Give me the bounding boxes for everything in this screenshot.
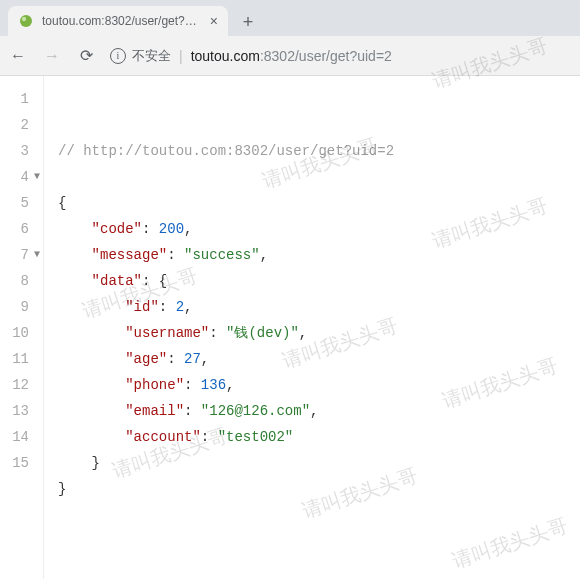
code-line: [58, 169, 66, 185]
code-line: "email": "126@126.com",: [58, 403, 318, 419]
divider: |: [179, 48, 183, 64]
line-number: 2: [0, 112, 39, 138]
security-label: 不安全: [132, 47, 171, 65]
line-gutter: 1 2 3 4▼ 5 6 7▼ 8 9 10 11 12 13 14 15: [0, 76, 44, 579]
code-line: }: [58, 455, 100, 471]
toolbar: ← → ⟳ i 不安全 | toutou.com:8302/user/get?u…: [0, 36, 580, 76]
line-number: 8: [0, 268, 39, 294]
line-number: 1: [0, 86, 39, 112]
code-line: "data": {: [58, 273, 167, 289]
favicon-icon: [18, 13, 34, 29]
browser-tab[interactable]: toutou.com:8302/user/get?uid=2 ×: [8, 6, 228, 36]
json-viewer: 1 2 3 4▼ 5 6 7▼ 8 9 10 11 12 13 14 15 //…: [0, 76, 580, 579]
code-line: "phone": 136,: [58, 377, 234, 393]
line-number: 5: [0, 190, 39, 216]
close-icon[interactable]: ×: [210, 13, 218, 29]
line-number: 15: [0, 450, 39, 476]
reload-icon[interactable]: ⟳: [76, 46, 96, 65]
back-icon[interactable]: ←: [8, 47, 28, 65]
code-line: {: [58, 195, 66, 211]
code-line: "age": 27,: [58, 351, 209, 367]
line-number: 9: [0, 294, 39, 320]
line-number: 10: [0, 320, 39, 346]
url-text: toutou.com:8302/user/get?uid=2: [191, 48, 392, 64]
site-info[interactable]: i 不安全: [110, 47, 171, 65]
info-icon: i: [110, 48, 126, 64]
forward-icon: →: [42, 47, 62, 65]
address-bar[interactable]: i 不安全 | toutou.com:8302/user/get?uid=2: [110, 42, 572, 70]
line-number: 4▼: [0, 164, 39, 190]
line-number: 3: [0, 138, 39, 164]
code-line: // http://toutou.com:8302/user/get?uid=2: [58, 143, 394, 159]
fold-icon[interactable]: ▼: [34, 164, 40, 190]
code-line: "id": 2,: [58, 299, 192, 315]
line-number: 13: [0, 398, 39, 424]
fold-icon[interactable]: ▼: [34, 242, 40, 268]
line-number: 6: [0, 216, 39, 242]
line-number: 11: [0, 346, 39, 372]
code-line: "code": 200,: [58, 221, 192, 237]
line-number: 12: [0, 372, 39, 398]
code-line: "account": "test002": [58, 429, 293, 445]
line-number: 7▼: [0, 242, 39, 268]
code-content[interactable]: // http://toutou.com:8302/user/get?uid=2…: [44, 76, 394, 579]
new-tab-button[interactable]: +: [234, 8, 262, 36]
code-line: "message": "success",: [58, 247, 268, 263]
line-number: 14: [0, 424, 39, 450]
code-line: [58, 117, 66, 133]
tab-title: toutou.com:8302/user/get?uid=2: [42, 14, 202, 28]
code-line: "username": "钱(dev)",: [58, 325, 307, 341]
tab-bar: toutou.com:8302/user/get?uid=2 × +: [0, 0, 580, 36]
svg-point-1: [22, 17, 26, 21]
svg-point-0: [20, 15, 32, 27]
code-line: }: [58, 481, 66, 497]
